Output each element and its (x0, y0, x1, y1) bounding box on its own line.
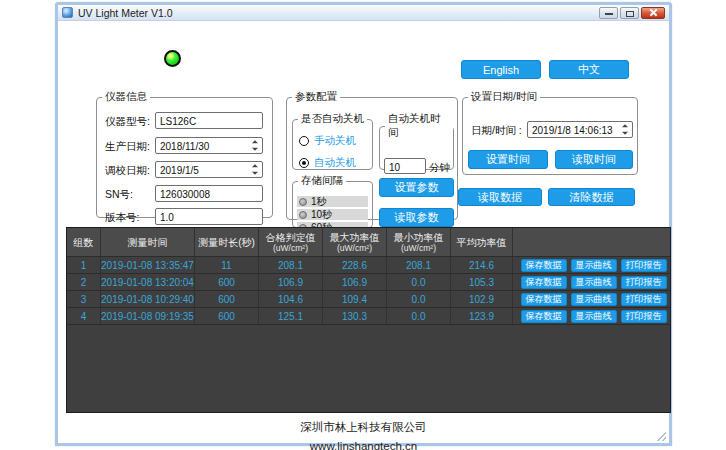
cell-actions: 保存数据 显示曲线 打印报告 (513, 274, 670, 290)
auto-off-label: 自动关机 (314, 156, 356, 170)
datetime-title: 设置日期/时间 (468, 90, 540, 104)
cell-max: 130.3 (323, 308, 387, 324)
interval-10s-option[interactable]: 10秒 (297, 209, 368, 220)
cell-avg: 105.3 (451, 274, 513, 290)
client-area: English 中文 仪器信息 仪器型号: LS126C 生产日期: 2018/… (58, 22, 669, 443)
cell-duration: 11 (195, 257, 259, 273)
auto-off-group: 是否自动关机 手动关机 自动关机 (292, 112, 373, 170)
table-header-row: 组数 测量时间 测量时长(秒) 合格判定值(uW/cm²) 最大功率值(uW/c… (67, 228, 670, 256)
cell-min: 0.0 (387, 274, 451, 290)
close-button[interactable] (641, 7, 665, 19)
maximize-button[interactable] (620, 7, 639, 19)
sn-label: SN号: (105, 188, 133, 202)
save-data-button[interactable]: 保存数据 (521, 293, 567, 306)
cell-qualified: 104.6 (259, 291, 323, 307)
cell-qualified: 208.1 (259, 257, 323, 273)
storage-interval-group: 存储间隔 1秒 10秒 60秒 (292, 174, 373, 228)
table-empty-area (67, 324, 670, 412)
show-curve-button[interactable]: 显示曲线 (571, 293, 617, 306)
cell-duration: 600 (195, 308, 259, 324)
connection-status-led-icon (164, 50, 181, 67)
cell-avg: 102.9 (451, 291, 513, 307)
cell-max: 106.9 (323, 274, 387, 290)
cell-qualified: 125.1 (259, 308, 323, 324)
save-data-button[interactable]: 保存数据 (521, 259, 567, 272)
production-date-label: 生产日期: (105, 140, 150, 154)
save-data-button[interactable]: 保存数据 (521, 310, 567, 323)
set-params-button[interactable]: 设置参数 (379, 178, 454, 197)
auto-off-option[interactable]: 自动关机 (299, 156, 356, 170)
maximize-icon (626, 11, 634, 17)
off-time-field[interactable]: 10 (384, 158, 426, 174)
chinese-button[interactable]: 中文 (549, 60, 629, 79)
header-avg: 平均功率值 (451, 228, 513, 256)
interval-1s-option[interactable]: 1秒 (297, 196, 368, 207)
interval-1s-label: 1秒 (311, 195, 327, 209)
show-curve-button[interactable]: 显示曲线 (571, 276, 617, 289)
print-report-button[interactable]: 打印报告 (621, 310, 667, 323)
cell-avg: 123.9 (451, 308, 513, 324)
cell-group: 1 (67, 257, 101, 273)
calibration-date-field[interactable]: 2019/1/5 (155, 161, 263, 178)
footer-website: www.linshangtech.cn (58, 440, 669, 450)
param-config-title: 参数配置 (292, 90, 340, 104)
manual-off-option[interactable]: 手动关机 (299, 134, 356, 148)
cell-time: 2019-01-08 09:19:35 (101, 308, 195, 324)
auto-off-title: 是否自动关机 (298, 112, 367, 126)
cell-actions: 保存数据 显示曲线 打印报告 (513, 291, 670, 307)
interval-1s-radio-icon (299, 198, 307, 206)
measurement-table: 组数 测量时间 测量时长(秒) 合格判定值(uW/cm²) 最大功率值(uW/c… (66, 227, 671, 413)
header-group: 组数 (67, 228, 101, 256)
footer-company: 深圳市林上科技有限公司 (58, 420, 669, 435)
minimize-button[interactable] (599, 7, 618, 19)
cell-time: 2019-01-08 13:20:04 (101, 274, 195, 290)
cell-min: 208.1 (387, 257, 451, 273)
show-curve-button[interactable]: 显示曲线 (571, 259, 617, 272)
table-row[interactable]: 4 2019-01-08 09:19:35 600 125.1 130.3 0.… (67, 307, 670, 324)
read-time-button[interactable]: 读取时间 (555, 150, 633, 169)
calibration-date-label: 调校日期: (105, 164, 150, 178)
read-params-button[interactable]: 读取参数 (379, 208, 454, 227)
header-time: 测量时间 (101, 228, 195, 256)
show-curve-button[interactable]: 显示曲线 (571, 310, 617, 323)
english-button[interactable]: English (461, 60, 541, 79)
app-window: UV Light Meter V1.0 English 中文 仪器信息 仪器型号… (55, 2, 672, 446)
datetime-spinner[interactable] (619, 123, 631, 136)
cell-group: 3 (67, 291, 101, 307)
model-field[interactable]: LS126C (155, 112, 263, 129)
print-report-button[interactable]: 打印报告 (621, 259, 667, 272)
off-time-unit: 分钟 (429, 161, 450, 175)
print-report-button[interactable]: 打印报告 (621, 276, 667, 289)
window-title: UV Light Meter V1.0 (78, 5, 173, 21)
cell-actions: 保存数据 显示曲线 打印报告 (513, 257, 670, 273)
datetime-field[interactable]: 2019/1/8 14:06:13 (527, 121, 633, 138)
production-date-field[interactable]: 2018/11/30 (155, 137, 263, 154)
version-field[interactable]: 1.0 (155, 208, 263, 225)
read-data-button[interactable]: 读取数据 (458, 188, 542, 206)
save-data-button[interactable]: 保存数据 (521, 276, 567, 289)
header-duration: 测量时长(秒) (195, 228, 259, 256)
app-icon[interactable] (62, 7, 73, 18)
datetime-value: 2019/1/8 14:06:13 (532, 125, 613, 136)
model-label: 仪器型号: (105, 115, 150, 129)
cell-min: 0.0 (387, 308, 451, 324)
interval-10s-label: 10秒 (311, 208, 332, 222)
table-row[interactable]: 3 2019-01-08 10:29:40 600 104.6 109.4 0.… (67, 290, 670, 307)
cell-qualified: 106.9 (259, 274, 323, 290)
sn-field[interactable]: 126030008 (155, 185, 263, 202)
set-time-button[interactable]: 设置时间 (468, 150, 548, 169)
param-config-group: 参数配置 是否自动关机 手动关机 自动关机 自动关机时间 10 分钟 存储间隔 (286, 90, 458, 220)
production-date-value: 2018/11/30 (160, 141, 209, 152)
off-time-title: 自动关机时间 (385, 112, 453, 140)
calibration-date-spinner[interactable] (249, 163, 261, 176)
table-row[interactable]: 2 2019-01-08 13:20:04 600 106.9 106.9 0.… (67, 273, 670, 290)
clear-data-button[interactable]: 清除数据 (548, 188, 635, 206)
production-date-spinner[interactable] (249, 139, 261, 152)
close-icon (649, 8, 658, 17)
title-bar[interactable]: UV Light Meter V1.0 (58, 5, 669, 21)
window-controls (599, 7, 665, 19)
print-report-button[interactable]: 打印报告 (621, 293, 667, 306)
auto-off-radio-icon (299, 158, 309, 168)
table-row[interactable]: 1 2019-01-08 13:35:47 11 208.1 228.6 208… (67, 256, 670, 273)
cell-time: 2019-01-08 10:29:40 (101, 291, 195, 307)
